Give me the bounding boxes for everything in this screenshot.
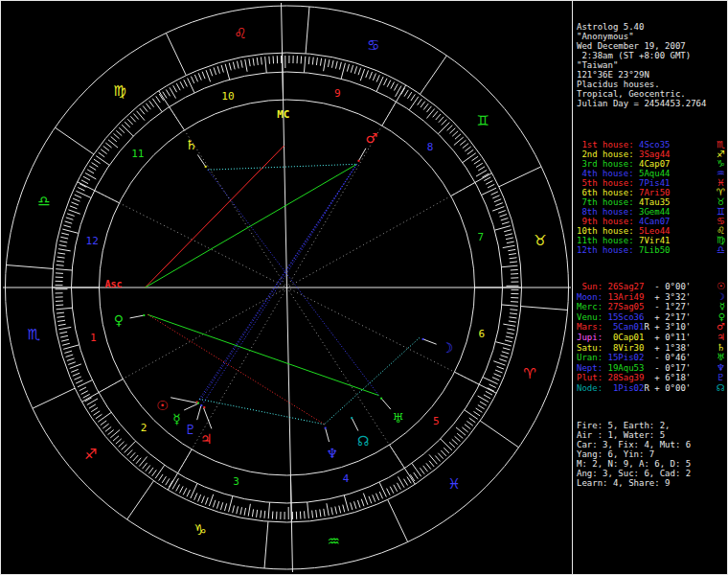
element-statistics: Fire: 5, Earth: 2,Air : 1, Water: 5Car: … [577,421,725,488]
degree-tick [494,226,510,231]
header-line-6: Placidus houses. [577,80,725,89]
stats-line-0: Fire: 5, Earth: 2, [577,421,725,430]
header-line-6-text: Placidus houses. [577,80,660,89]
planet-position: 27Sag05 [608,302,645,311]
degree-tick [214,67,216,75]
house-label: 3rd house: [577,159,639,169]
degree-tick [198,494,201,501]
house-cusp-5 [390,445,416,484]
degree-tick [155,465,165,478]
node-degree-dot [351,417,353,419]
degree-tick [91,407,98,411]
degree-tick [101,421,106,426]
degree-tick [506,336,513,338]
degree-tick [57,316,65,317]
degree-tick [113,133,119,138]
planet-label: Node: [577,383,608,393]
degree-tick [465,410,478,420]
degree-tick [249,58,250,66]
planet-velocity: - 1°27' [649,302,691,311]
degree-tick [58,327,71,329]
degree-tick [412,463,421,476]
degree-tick [502,352,510,354]
pluto-glyph: ♇ [185,422,197,437]
degree-tick [220,502,222,510]
house-sign-icon: ♎ [717,245,725,255]
moon-pointer [424,339,437,344]
house-row-7: 7th house: 4Tau35♉ [577,197,725,207]
house-row-11: 11th house: 7Vir41♍ [577,236,725,245]
sign-boundary [264,521,268,568]
degree-tick [505,234,512,236]
degree-tick [495,203,502,206]
planet-position: 19Aqu53 [608,363,645,373]
uranus-glyph: ♅ [392,410,404,426]
planet-icon: ♅ [717,353,725,362]
degree-tick [503,245,515,247]
degree-tick [508,249,515,250]
house-cusp-value: 4Cap07 [639,159,671,169]
planet-position: 15Pis02 [608,353,645,362]
degree-tick [495,370,502,373]
planet-velocity: - 0°00' [649,282,691,291]
house-number-2: 2 [141,422,148,434]
degree-tick [320,509,321,517]
planet-row-♅: Uran: 15Pis02 - 0°46'♅ [577,353,725,363]
degree-tick [373,494,375,501]
degree-tick [498,211,506,214]
degree-tick [486,181,492,185]
planet-label: Mars: [577,322,608,332]
degree-tick [94,411,101,415]
degree-tick [240,507,242,515]
degree-tick [324,58,326,71]
degree-tick [66,218,74,219]
degree-tick [478,405,485,409]
degree-tick [61,233,69,235]
astrolog-window: ♈♉♊♋♌♍♎♏♐♑♒♓123456789101112☉☽☿♀♂♃♄♅♆♇☊As… [0,0,728,575]
degree-tick [465,147,470,151]
degree-tick [501,218,509,220]
planet-velocity: - 0°17' [649,363,691,373]
degree-tick [472,156,479,161]
degree-tick [497,366,504,369]
planet-label: Plut: [577,373,608,382]
degree-tick [484,395,490,399]
degree-tick [394,83,398,90]
degree-tick [116,439,122,444]
house-label: 5th house: [577,178,639,188]
degree-tick [66,355,74,356]
degree-tick [411,94,415,101]
degree-tick [127,119,132,125]
degree-tick [375,494,378,500]
degree-tick [408,92,412,99]
sign-glyph-aquarius: ♒ [327,533,339,550]
degree-tick [233,62,235,70]
degree-tick [510,258,517,259]
degree-tick [426,463,431,469]
mars-glyph: ♂ [366,130,378,146]
degree-tick [391,82,395,89]
aspect-sun-sextile-neptune [199,399,324,424]
degree-tick [316,58,317,65]
degree-tick [403,479,407,486]
degree-tick [71,369,78,372]
degree-tick [387,489,391,495]
planet-velocity: + 2°17' [649,312,691,322]
planet-icon: ♃ [717,333,725,342]
planet-position: 15Sco36 [608,312,645,322]
degree-tick [397,483,400,490]
degree-tick [503,348,511,350]
degree-tick [76,380,82,383]
node-glyph: ☊ [357,433,369,448]
degree-tick [209,494,213,506]
neptune-degree-dot [325,427,327,429]
degree-tick [224,503,226,511]
house-cusp-6 [455,372,497,393]
planet-label: Nept: [577,363,608,373]
aspect-asc-trine-mars [146,164,357,288]
planet-icon: ☿ [719,302,725,311]
degree-tick [125,122,130,127]
degree-tick [253,58,254,66]
sign-boundary [388,499,408,541]
degree-tick [460,140,466,145]
